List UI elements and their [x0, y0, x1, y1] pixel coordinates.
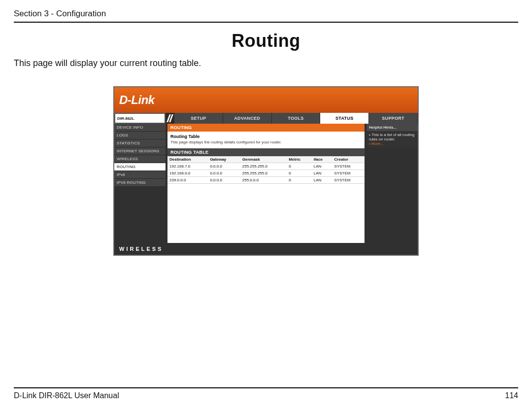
table-cell: SYSTEM: [332, 170, 365, 177]
tab-support[interactable]: SUPPORT: [369, 113, 418, 124]
tab-status[interactable]: STATUS: [320, 113, 369, 124]
sidebar-item-ipv6-routing[interactable]: IPV6 ROUTING: [114, 179, 166, 187]
sidebar-item-internet-sessions[interactable]: INTERNET SESSIONS: [114, 147, 166, 155]
section-header: Section 3 - Configuration: [14, 9, 518, 23]
brand-banner: D-Link: [114, 87, 418, 113]
table-header: Gateway: [208, 156, 240, 163]
sidebar-item-wireless[interactable]: WIRELESS: [114, 155, 166, 163]
table-cell: 192.168.7.0: [167, 163, 208, 170]
footer-manual-title: D-Link DIR-862L User Manual: [14, 391, 119, 400]
top-nav: DIR-862L SETUPADVANCEDTOOLSSTATUSSUPPORT: [114, 113, 418, 124]
table-row: 192.168.7.00.0.0.0255.255.255.00LANSYSTE…: [167, 163, 365, 170]
table-cell: 0.0.0.0: [208, 177, 240, 184]
panel-text: This page displays the routing details c…: [170, 140, 362, 144]
sidebar-item-statistics[interactable]: STATISTICS: [114, 139, 166, 147]
tab-tools[interactable]: TOOLS: [272, 113, 321, 124]
sidebar: DEVICE INFOLOGSSTATISTICSINTERNET SESSIO…: [114, 124, 166, 243]
table-cell: 0.0.0.0: [208, 163, 240, 170]
table-header: Destination: [167, 156, 208, 163]
table-cell: 255.255.255.0: [240, 163, 287, 170]
table-header: Metric: [287, 156, 311, 163]
section-heading-table: ROUTING TABLE: [167, 148, 365, 156]
sidebar-item-device-info[interactable]: DEVICE INFO: [114, 124, 166, 132]
table-header: Creator: [332, 156, 365, 163]
hints-more-link[interactable]: More...: [369, 141, 415, 146]
table-cell: SYSTEM: [332, 177, 365, 184]
content-filler: [167, 184, 365, 243]
tab-advanced[interactable]: ADVANCED: [223, 113, 272, 124]
table-cell: 0: [287, 170, 311, 177]
table-cell: LAN: [312, 170, 332, 177]
table-cell: LAN: [312, 163, 332, 170]
bottom-brand-bar: WIRELESS: [114, 243, 418, 255]
table-cell: 239.0.0.0: [167, 177, 208, 184]
sidebar-item-logs[interactable]: LOGS: [114, 132, 166, 139]
router-screenshot: D-Link DIR-862L SETUPADVANCEDTOOLSSTATUS…: [113, 86, 419, 256]
footer-page-number: 114: [505, 391, 518, 400]
table-header: Iface: [312, 156, 332, 163]
table-cell: 0: [287, 177, 311, 184]
table-cell: 0: [287, 163, 311, 170]
section-heading-routing: ROUTING: [167, 124, 365, 132]
table-cell: SYSTEM: [332, 163, 365, 170]
sidebar-item-routing[interactable]: ROUTING: [114, 163, 166, 171]
sidebar-item-ipv6[interactable]: IPv6: [114, 171, 166, 179]
page-title: Routing: [14, 31, 518, 51]
hints-panel: Helpful Hints... This is a list of all r…: [366, 124, 418, 243]
table-cell: 255.255.255.0: [240, 170, 287, 177]
routing-table: DestinationGatewayGenmaskMetricIfaceCrea…: [167, 156, 365, 184]
table-header: Genmask: [240, 156, 287, 163]
tab-setup[interactable]: SETUP: [174, 113, 223, 124]
page-description: This page will display your current rout…: [14, 58, 518, 68]
table-row: 192.168.0.00.0.0.0255.255.255.00LANSYSTE…: [167, 170, 365, 177]
panel-title: Routing Table: [170, 134, 362, 139]
hints-heading: Helpful Hints...: [366, 124, 418, 131]
table-cell: 0.0.0.0: [208, 170, 240, 177]
brand-logo: D-Link: [119, 93, 155, 107]
model-label: DIR-862L: [114, 113, 166, 124]
hints-text: This is a list of all routing rules on r…: [369, 133, 415, 141]
table-cell: 192.168.0.0: [167, 170, 208, 177]
slash-icon: [166, 113, 174, 124]
main-content: ROUTING Routing Table This page displays…: [166, 124, 366, 243]
table-cell: 255.0.0.0: [240, 177, 287, 184]
table-cell: LAN: [312, 177, 332, 184]
table-row: 239.0.0.00.0.0.0255.0.0.00LANSYSTEM: [167, 177, 365, 184]
